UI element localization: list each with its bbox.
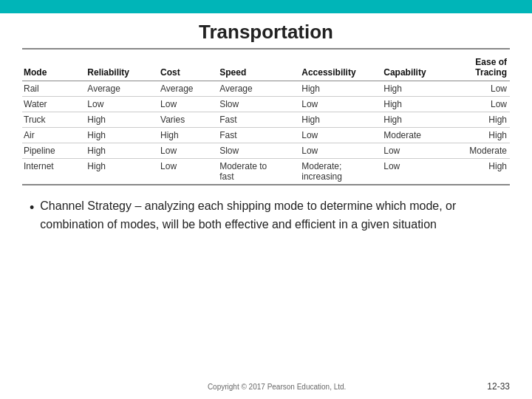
col-header-reliability: Reliability [86,54,159,81]
cell-capability: High [382,81,451,97]
cell-reliability: High [86,112,159,128]
bullet-dot: • [30,198,34,234]
cell-tracing: High [451,128,510,143]
cell-mode: Rail [22,81,86,97]
cell-cost: Varies [159,112,218,128]
bullet-section: • Channel Strategy – analyzing each ship… [22,193,510,378]
cell-capability: Low [382,143,451,159]
table-row: InternetHighLowModerate tofastModerate;i… [22,159,510,185]
cell-accessibility: High [300,81,382,97]
cell-speed: Average [218,81,300,97]
cell-speed: Slow [218,143,300,159]
cell-reliability: High [86,143,159,159]
bullet-text-content: Channel Strategy – analyzing each shippi… [40,197,510,234]
cell-accessibility: Low [300,97,382,112]
copyright-text: Copyright © 2017 Pearson Education, Ltd. [66,383,487,391]
cell-speed: Moderate tofast [218,159,300,185]
col-header-speed: Speed [218,54,300,81]
cell-reliability: Average [86,81,159,97]
cell-reliability: Low [86,97,159,112]
cell-mode: Truck [22,112,86,128]
table-header-row: Mode Reliability Cost Speed Accessibilit… [22,54,510,81]
cell-accessibility: High [300,112,382,128]
table-row: WaterLowLowSlowLowHighLow [22,97,510,112]
bullet-item: • Channel Strategy – analyzing each ship… [30,197,510,234]
cell-reliability: High [86,159,159,185]
cell-cost: Low [159,97,218,112]
cell-mode: Pipeline [22,143,86,159]
cell-cost: Low [159,143,218,159]
table-row: RailAverageAverageAverageHighHighLow [22,81,510,97]
cell-cost: Low [159,159,218,185]
cell-mode: Water [22,97,86,112]
cell-cost: Average [159,81,218,97]
table-section: Mode Reliability Cost Speed Accessibilit… [22,54,510,185]
col-header-capability: Capability [382,54,451,81]
cell-speed: Slow [218,97,300,112]
cell-capability: Low [382,159,451,185]
slide-title: Transportation [22,21,510,50]
cell-tracing: Low [451,97,510,112]
cell-tracing: High [451,112,510,128]
table-body: RailAverageAverageAverageHighHighLowWate… [22,81,510,185]
cell-tracing: Low [451,81,510,97]
cell-reliability: High [86,128,159,143]
table-row: AirHighHighFastLowModerateHigh [22,128,510,143]
col-header-mode: Mode [22,54,86,81]
table-row: TruckHighVariesFastHighHighHigh [22,112,510,128]
top-bar [0,0,532,13]
col-header-accessibility: Accessibility [300,54,382,81]
col-header-tracing: Ease ofTracing [451,54,510,81]
cell-speed: Fast [218,128,300,143]
cell-mode: Internet [22,159,86,185]
cell-accessibility: Low [300,128,382,143]
col-header-cost: Cost [159,54,218,81]
table-row: PipelineHighLowSlowLowLowModerate [22,143,510,159]
cell-accessibility: Moderate;increasing [300,159,382,185]
cell-tracing: Moderate [451,143,510,159]
footer: Copyright © 2017 Pearson Education, Ltd.… [22,378,510,392]
cell-capability: Moderate [382,128,451,143]
cell-accessibility: Low [300,143,382,159]
transportation-table: Mode Reliability Cost Speed Accessibilit… [22,54,510,184]
cell-speed: Fast [218,112,300,128]
cell-mode: Air [22,128,86,143]
slide-container: Transportation Mode Reliability Cost Spe… [0,13,532,399]
cell-capability: High [382,112,451,128]
cell-cost: High [159,128,218,143]
cell-capability: High [382,97,451,112]
slide-number: 12-33 [487,381,510,392]
cell-tracing: High [451,159,510,185]
